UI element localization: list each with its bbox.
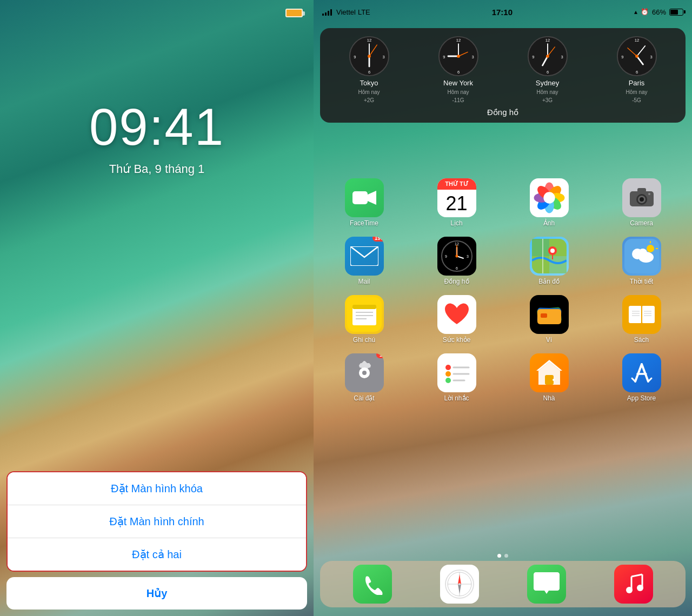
lock-battery-icon <box>285 9 303 17</box>
music-note-icon <box>622 572 646 596</box>
appstore-visual-icon <box>628 359 656 387</box>
maps-visual-icon <box>532 239 567 273</box>
world-clocks-row: 12 3 6 9 Tokyo Hôm nay +2G <box>327 36 679 103</box>
app-reminders[interactable]: Lời nhắc <box>412 353 501 402</box>
app-mail[interactable]: 199 Mail <box>320 237 408 285</box>
settings-gear-icon <box>350 359 378 387</box>
action-set-both[interactable]: Đặt cả hai <box>8 538 306 571</box>
action-sheet-container: Đặt Màn hình khóa Đặt Màn hình chính Đặt… <box>0 471 314 616</box>
dock-safari[interactable] <box>440 565 479 604</box>
appstore-icon <box>622 353 661 392</box>
weather-label: Thời tiết <box>630 278 653 285</box>
notes-icon <box>345 295 384 334</box>
clock-newyork: 12 3 6 9 New York Hôm nay -11G <box>438 36 479 103</box>
messages-bubble-icon <box>534 572 560 596</box>
dock-messages[interactable] <box>527 565 566 604</box>
app-health[interactable]: Sức khỏe <box>412 295 501 344</box>
app-settings[interactable]: 1 Cài đặt <box>320 353 408 402</box>
wallet-label: Ví <box>546 336 552 344</box>
camera-body-icon <box>630 188 654 207</box>
messages-icon <box>527 565 566 604</box>
app-notes[interactable]: Ghi chú <box>320 295 408 344</box>
app-appstore[interactable]: App Store <box>597 353 686 402</box>
page-dot-2 <box>504 554 508 558</box>
lock-screen: 09:41 Thứ Ba, 9 tháng 1 Đặt Màn hình khó… <box>0 0 314 616</box>
app-calendar[interactable]: THỨ TƯ 21 Lịch <box>412 178 501 227</box>
facetime-icon <box>345 178 384 217</box>
svg-point-52 <box>648 193 650 195</box>
clock-newyork-face: 12 3 6 9 <box>438 36 479 77</box>
action-cancel-button[interactable]: Hủy <box>6 577 307 610</box>
svg-text:9: 9 <box>443 55 445 59</box>
svg-text:6: 6 <box>546 70 548 75</box>
phone-icon <box>353 565 392 604</box>
battery-percent: 66% <box>652 8 666 16</box>
signal-bar-3 <box>328 11 329 16</box>
app-grid: FaceTime THỨ TƯ 21 Lịch <box>320 178 686 402</box>
svg-rect-48 <box>637 188 646 192</box>
battery-fill <box>670 10 678 15</box>
camera-label: Camera <box>630 219 653 227</box>
svg-text:6: 6 <box>635 70 637 75</box>
books-icon <box>622 295 661 334</box>
photos-label: Ảnh <box>543 219 555 227</box>
svg-text:9: 9 <box>621 55 623 59</box>
calendar-label: Lịch <box>450 219 462 227</box>
newyork-city: New York <box>443 79 473 87</box>
dock-music[interactable] <box>614 565 653 604</box>
action-set-lock-screen[interactable]: Đặt Màn hình khóa <box>8 472 306 505</box>
network-label: LTE <box>358 8 370 16</box>
svg-line-123 <box>631 574 642 577</box>
svg-text:9: 9 <box>532 55 534 59</box>
svg-point-100 <box>362 371 367 375</box>
app-home[interactable]: Nhà <box>505 353 593 402</box>
notes-visual-icon <box>347 297 382 332</box>
svg-text:6: 6 <box>456 266 458 270</box>
dock-phone[interactable] <box>353 565 392 604</box>
mail-badge: 199 <box>372 237 384 242</box>
svg-line-116 <box>648 378 651 381</box>
camera-icon <box>622 178 661 217</box>
music-icon <box>614 565 653 604</box>
mail-envelope-icon <box>350 246 378 266</box>
svg-point-126 <box>626 587 633 593</box>
app-camera[interactable]: Camera <box>597 178 686 227</box>
svg-text:6: 6 <box>368 70 370 75</box>
app-facetime[interactable]: FaceTime <box>320 178 408 227</box>
svg-text:12: 12 <box>634 38 638 43</box>
calendar-inner: THỨ TƯ 21 <box>437 178 476 217</box>
safari-icon <box>440 565 479 604</box>
widget-label: Đồng hồ <box>327 108 679 117</box>
svg-point-102 <box>445 365 451 370</box>
paris-today: Hôm nay <box>626 89 647 95</box>
home-app-icon <box>530 353 569 392</box>
clock-sydney-face: 12 3 6 9 <box>527 36 568 77</box>
svg-text:3: 3 <box>467 255 469 258</box>
reminders-visual-icon <box>441 357 473 389</box>
app-books[interactable]: Sách <box>597 295 686 344</box>
tokyo-today: Hôm nay <box>358 89 380 95</box>
lock-date: Thứ Ba, 9 tháng 1 <box>0 162 314 176</box>
clock-app-face: 12 3 6 9 <box>440 239 474 273</box>
facetime-camera-icon <box>352 189 376 206</box>
weather-icon <box>622 237 661 276</box>
newyork-today: Hôm nay <box>447 89 469 95</box>
reminders-icon <box>437 353 476 392</box>
svg-rect-90 <box>629 306 642 323</box>
phone-handset-icon <box>362 573 383 595</box>
page-indicator <box>314 554 692 558</box>
action-set-home-screen[interactable]: Đặt Màn hình chính <box>8 505 306 538</box>
page-dot-1 <box>497 554 501 558</box>
photos-flower-icon <box>532 180 567 215</box>
app-maps[interactable]: Bản đồ <box>505 237 593 285</box>
svg-line-112 <box>635 364 642 381</box>
books-visual-icon <box>624 297 659 332</box>
app-clock[interactable]: 12 3 6 9 Đồng hồ <box>412 237 501 285</box>
app-wallet[interactable]: Ví <box>505 295 593 344</box>
books-label: Sách <box>634 336 649 344</box>
svg-text:9: 9 <box>445 255 447 258</box>
svg-text:3: 3 <box>650 55 652 59</box>
app-photos[interactable]: Ảnh <box>505 178 593 227</box>
app-weather[interactable]: Thời tiết <box>597 237 686 285</box>
world-clock-widget[interactable]: 12 3 6 9 Tokyo Hôm nay +2G <box>320 28 686 123</box>
